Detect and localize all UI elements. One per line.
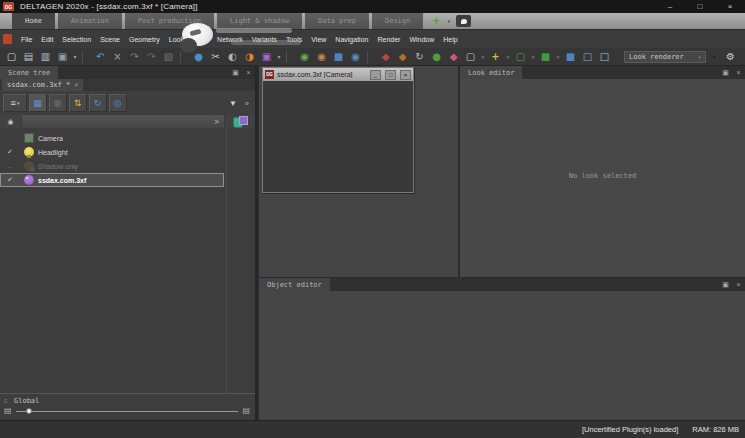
- status-bar: [Uncertified Plugin(s) loaded] RAM: 826 …: [0, 420, 745, 438]
- look-renderer-select[interactable]: Look renderer ▾: [624, 51, 706, 63]
- redo-icon[interactable]: ↷: [126, 49, 143, 64]
- watermark-streak: [231, 40, 301, 45]
- separator: [286, 51, 293, 63]
- lod-cube-wire-icon[interactable]: □: [579, 49, 596, 64]
- menu-selection[interactable]: Selection: [62, 36, 91, 43]
- chevron-more-icon[interactable]: »: [504, 49, 512, 64]
- viewport-canvas[interactable]: [263, 81, 413, 192]
- visibility-column-eye-icon[interactable]: ◉: [0, 115, 22, 128]
- menu-help[interactable]: Help: [443, 36, 457, 43]
- deltagen-app-window: DG DELTAGEN 2020x - [ssdax.com.3xf * [Ca…: [0, 0, 745, 438]
- display-mode-button[interactable]: ≡▾: [3, 94, 27, 112]
- chevron-more-icon[interactable]: »: [529, 49, 537, 64]
- tree-row-headlight[interactable]: ✓ Headlight: [0, 145, 224, 159]
- tab-data-prep[interactable]: Data prep: [305, 13, 369, 29]
- collaboration-users-icon[interactable]: ◉: [296, 49, 313, 64]
- filter-funnel-icon[interactable]: ▼: [226, 99, 240, 108]
- maximize-button[interactable]: □: [685, 0, 715, 13]
- visibility-checkbox[interactable]: ✓: [4, 148, 16, 156]
- undo-icon[interactable]: ↶: [92, 49, 109, 64]
- menu-render[interactable]: Render: [377, 36, 400, 43]
- tab-design[interactable]: Design: [372, 13, 423, 29]
- name-column-header[interactable]: >: [22, 115, 224, 128]
- float-panel-icon[interactable]: ▣: [719, 66, 732, 79]
- close-panel-icon[interactable]: ×: [242, 66, 255, 79]
- tree-row-camera[interactable]: Camera: [0, 131, 224, 145]
- axis-manipulator-icon[interactable]: +: [487, 49, 504, 64]
- marquee-select-icon[interactable]: ▢: [462, 49, 479, 64]
- minimize-button[interactable]: –: [655, 0, 685, 13]
- search-sync-button[interactable]: ◎: [109, 94, 127, 112]
- menu-view[interactable]: View: [311, 36, 326, 43]
- tree-toolbar-overflow-chevron-icon[interactable]: »: [242, 100, 252, 107]
- tab-animation[interactable]: Animation: [58, 13, 122, 29]
- slider-right-list-icon[interactable]: ▤: [242, 407, 250, 415]
- slider-left-list-icon[interactable]: ▤: [4, 407, 12, 415]
- viewport-close-button[interactable]: ×: [400, 70, 411, 80]
- chevron-more-icon[interactable]: »: [554, 49, 562, 64]
- sort-button[interactable]: ⇅: [69, 94, 87, 112]
- snapshot-caret-icon[interactable]: ▾: [275, 49, 283, 64]
- bounding-box-icon[interactable]: ▢: [512, 49, 529, 64]
- redo-all-icon[interactable]: ↷: [143, 49, 160, 64]
- show-ids-button[interactable]: ▦: [29, 94, 47, 112]
- geometry-column-header[interactable]: [224, 115, 255, 128]
- menu-edit[interactable]: Edit: [41, 36, 53, 43]
- settings-gear-icon[interactable]: ⚙: [722, 49, 739, 64]
- float-panel-icon[interactable]: ▣: [719, 278, 732, 291]
- feedback-bubble-button[interactable]: [456, 15, 471, 27]
- close-button[interactable]: ×: [715, 0, 745, 13]
- tab-light-shadow[interactable]: Light & shadow: [217, 13, 302, 29]
- add-workspace-button[interactable]: +: [428, 13, 444, 29]
- viewport-minimize-button[interactable]: _: [370, 70, 381, 80]
- save-icon[interactable]: ▣: [54, 49, 71, 64]
- delete-icon[interactable]: ×: [109, 49, 126, 64]
- green-sphere-icon[interactable]: ●: [428, 49, 445, 64]
- tree-row-ssdax[interactable]: ✓ ssdax.com.3xf: [0, 173, 224, 187]
- document-tab[interactable]: ssdax.com.3xf * ×: [2, 79, 83, 91]
- solid-cube-icon[interactable]: ■: [537, 49, 554, 64]
- viewport-maximize-button[interactable]: □: [385, 70, 396, 80]
- tab-close-icon[interactable]: ×: [74, 81, 78, 89]
- menu-navigation[interactable]: Navigation: [335, 36, 368, 43]
- chevron-more-icon[interactable]: »: [479, 49, 487, 64]
- snapshot-camera-icon[interactable]: ▣: [258, 49, 275, 64]
- viewport-window[interactable]: DG ssdax.com.3xf [Camera] _ □ ×: [262, 67, 414, 193]
- color-variant-icon[interactable]: ◆: [445, 49, 462, 64]
- import-icon[interactable]: ▥: [37, 49, 54, 64]
- viewport-titlebar[interactable]: DG ssdax.com.3xf [Camera] _ □ ×: [263, 68, 413, 81]
- presenter-user-icon[interactable]: ◉: [313, 49, 330, 64]
- visibility-checkbox[interactable]: –: [4, 163, 16, 170]
- render-timer-icon[interactable]: ◑: [241, 49, 258, 64]
- menu-window[interactable]: Window: [409, 36, 434, 43]
- save-caret-icon[interactable]: ▾: [71, 49, 79, 64]
- toolbar-overflow-chevron-icon[interactable]: »: [710, 49, 718, 64]
- window-title: DELTAGEN 2020x - [ssdax.com.3xf * [Camer…: [20, 2, 198, 11]
- close-panel-icon[interactable]: ×: [732, 66, 745, 79]
- new-file-icon[interactable]: ▢: [3, 49, 20, 64]
- blue-panel-icon[interactable]: ■: [330, 49, 347, 64]
- menu-file[interactable]: File: [21, 36, 32, 43]
- menu-geometry[interactable]: Geometry: [129, 36, 160, 43]
- visibility-checkbox[interactable]: ✓: [4, 176, 16, 184]
- global-slider-track[interactable]: [16, 411, 239, 412]
- lod-cube-solid-icon[interactable]: ■: [562, 49, 579, 64]
- menu-scene[interactable]: Scene: [100, 36, 120, 43]
- avatar-user-icon[interactable]: ◉: [347, 49, 364, 64]
- tab-overflow-caret-icon[interactable]: ▾: [444, 13, 453, 29]
- close-panel-icon[interactable]: ×: [732, 278, 745, 291]
- open-file-icon[interactable]: ▤: [20, 49, 37, 64]
- rotate-tool-icon[interactable]: ↻: [411, 49, 428, 64]
- tab-home[interactable]: Home: [12, 13, 55, 29]
- lod-cube-wire2-icon[interactable]: □: [596, 49, 613, 64]
- paste-icon[interactable]: ▧: [160, 49, 177, 64]
- global-slider-handle[interactable]: [26, 408, 32, 414]
- globe-button[interactable]: ◎: [49, 94, 67, 112]
- deltagen-doc-icon: DG: [265, 70, 274, 79]
- history-clock-icon[interactable]: ◐: [224, 49, 241, 64]
- sync-refresh-button[interactable]: ↻: [89, 94, 107, 112]
- measure-tool-icon[interactable]: ◆: [394, 49, 411, 64]
- clash-tool-icon[interactable]: ◆: [377, 49, 394, 64]
- tree-row-shadow-only[interactable]: – Shadow only: [0, 159, 224, 173]
- float-panel-icon[interactable]: ▣: [229, 66, 242, 79]
